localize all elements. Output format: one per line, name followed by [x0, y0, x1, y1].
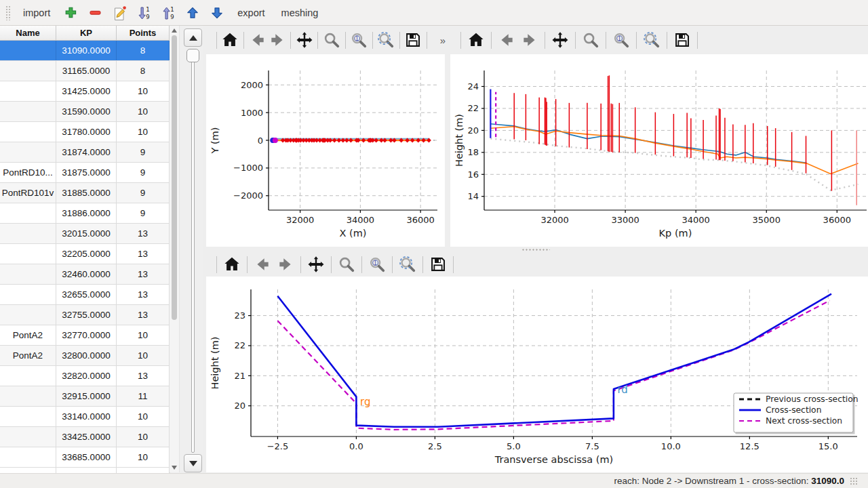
table-header-name[interactable]: Name [0, 26, 56, 40]
pan-button[interactable] [304, 253, 328, 276]
cell-points[interactable]: 9 [117, 142, 170, 162]
cell-name[interactable] [0, 264, 56, 284]
cell-points[interactable]: 10 [117, 81, 170, 101]
cell-points[interactable]: 13 [117, 305, 170, 325]
remove-button[interactable] [84, 2, 106, 24]
table-row[interactable]: 32755.000013 [0, 305, 170, 325]
table-row[interactable] [0, 468, 170, 473]
cell-kp[interactable]: 32205.0000 [56, 244, 117, 264]
cell-name[interactable] [0, 203, 56, 223]
cell-kp[interactable]: 32820.0000 [56, 366, 117, 386]
cell-kp[interactable]: 32770.0000 [56, 325, 117, 345]
cell-name[interactable]: PontRD101v [0, 183, 56, 203]
zoom-selection-button[interactable] [396, 253, 419, 276]
save-button[interactable] [403, 28, 423, 52]
cell-kp[interactable]: 31590.0000 [56, 102, 117, 121]
home-button[interactable] [220, 28, 240, 52]
table-row[interactable]: 32205.000013 [0, 244, 170, 264]
slider-up-button[interactable] [184, 28, 202, 47]
cell-kp[interactable]: 32460.0000 [56, 264, 117, 284]
cell-points[interactable]: 10 [117, 447, 170, 467]
cell-name[interactable] [0, 285, 56, 304]
cell-kp[interactable]: 31090.0000 [56, 41, 117, 60]
cell-name[interactable] [0, 81, 56, 101]
home-button[interactable] [220, 253, 243, 276]
cell-points[interactable]: 8 [117, 41, 170, 60]
cell-kp[interactable]: 31780.0000 [56, 122, 117, 142]
save-button[interactable] [427, 253, 450, 276]
zoom-one-button[interactable]: 1 [610, 28, 633, 52]
cell-kp[interactable]: 33140.0000 [56, 407, 117, 426]
cell-name[interactable] [0, 61, 56, 81]
cell-kp[interactable]: 32755.0000 [56, 305, 117, 325]
resize-grip[interactable] [850, 477, 857, 485]
table-row[interactable]: 31590.000010 [0, 102, 170, 122]
cell-points[interactable]: 10 [117, 427, 170, 447]
plan-view-canvas[interactable]: 320003400036000−2000−1000010002000X (m)Y… [206, 54, 445, 247]
cell-points[interactable]: 10 [117, 407, 170, 426]
table-row[interactable]: 31780.000010 [0, 122, 170, 142]
cell-kp[interactable]: 31885.0000 [56, 183, 117, 203]
table-row[interactable]: 32015.000013 [0, 224, 170, 244]
zoom-one-button[interactable]: 1 [366, 253, 389, 276]
import-button[interactable]: import [16, 3, 57, 22]
cross-section-canvas[interactable]: −2.50.02.55.07.510.012.515.020212223Tran… [206, 277, 868, 472]
save-button[interactable] [671, 28, 694, 52]
cell-kp[interactable]: 33425.0000 [56, 427, 117, 447]
cell-kp[interactable]: 31165.0000 [56, 61, 117, 81]
cell-points[interactable]: 13 [117, 366, 170, 386]
cell-points[interactable]: 11 [117, 386, 170, 406]
table-row[interactable]: 32460.000013 [0, 264, 170, 285]
cell-kp[interactable]: 33685.0000 [56, 447, 117, 467]
zoom-selection-button[interactable] [640, 28, 663, 52]
toolbar-overflow-button[interactable]: » [440, 35, 445, 46]
table-row[interactable]: 33425.000010 [0, 427, 170, 447]
cell-points[interactable]: 13 [117, 244, 170, 264]
table-row[interactable]: 31425.000010 [0, 81, 170, 102]
cell-name[interactable] [0, 224, 56, 243]
home-button[interactable] [465, 28, 488, 52]
cell-name[interactable] [0, 366, 56, 386]
cell-name[interactable]: PontA2 [0, 346, 56, 365]
table-row[interactable]: 31886.00009 [0, 203, 170, 224]
cell-name[interactable] [0, 407, 56, 426]
zoom-button[interactable] [579, 28, 602, 52]
move-up-button[interactable] [182, 2, 203, 24]
cell-name[interactable] [0, 102, 56, 121]
cell-points[interactable]: 10 [117, 102, 170, 121]
slider-down-button[interactable] [184, 454, 202, 472]
back-button[interactable] [251, 253, 274, 276]
forward-button[interactable] [267, 28, 287, 52]
table-scrollbar[interactable] [170, 26, 180, 472]
cell-points[interactable]: 8 [117, 61, 170, 81]
cell-kp[interactable]: 32015.0000 [56, 224, 117, 243]
forward-button[interactable] [274, 253, 297, 276]
cell-kp[interactable]: 32800.0000 [56, 346, 117, 365]
cell-points[interactable]: 10 [117, 325, 170, 345]
cell-kp[interactable]: 32655.0000 [56, 285, 117, 304]
sort-descending-button[interactable]: 19 [133, 2, 155, 24]
cell-kp[interactable]: 31425.0000 [56, 81, 117, 101]
cell-points[interactable]: 10 [117, 122, 170, 142]
table-row[interactable]: 31874.00009 [0, 142, 170, 163]
back-button[interactable] [495, 28, 518, 52]
table-row[interactable]: 31090.00008 [0, 41, 170, 61]
edit-button[interactable] [108, 2, 130, 24]
table-row[interactable]: 31165.00008 [0, 61, 170, 81]
pan-button[interactable] [549, 28, 572, 52]
horizontal-splitter[interactable] [203, 247, 868, 252]
table-row[interactable]: PontRD10...31875.00009 [0, 163, 170, 183]
cell-name[interactable]: PontA2 [0, 325, 56, 345]
cell-name[interactable] [0, 305, 56, 325]
cell-points[interactable]: 9 [117, 163, 170, 182]
move-down-button[interactable] [206, 2, 228, 24]
slider-thumb[interactable] [186, 49, 199, 62]
zoom-one-button[interactable]: 1 [349, 28, 368, 52]
cell-name[interactable] [0, 244, 56, 264]
cell-kp[interactable]: 31874.0000 [56, 142, 117, 162]
forward-button[interactable] [518, 28, 541, 52]
cell-name[interactable] [0, 386, 56, 406]
cell-points[interactable]: 9 [117, 183, 170, 203]
back-button[interactable] [248, 28, 267, 52]
table-row[interactable]: 33140.000010 [0, 407, 170, 427]
